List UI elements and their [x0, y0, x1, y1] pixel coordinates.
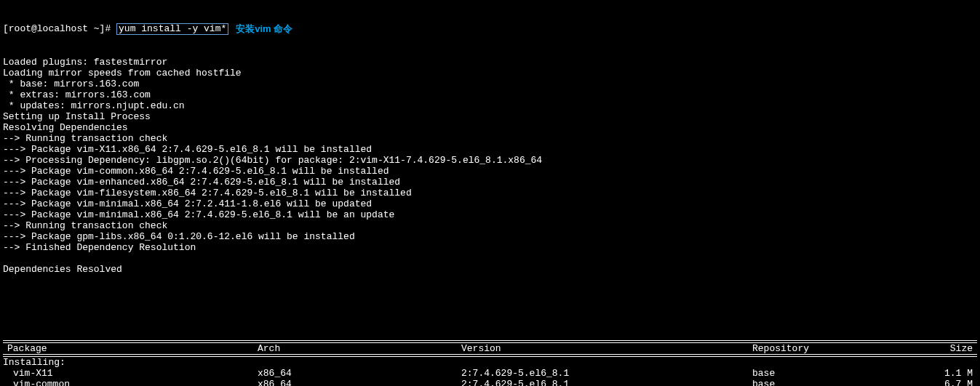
output-line: --> Running transaction check [3, 133, 977, 144]
shell-prompt: [root@localhost ~]# [3, 23, 116, 34]
output-line: ---> Package vim-X11.x86_64 2:7.4.629-5.… [3, 144, 977, 155]
cell-version: 2:7.4.629-5.el6_8.1 [461, 368, 752, 379]
header-arch: Arch [258, 343, 461, 354]
table-row: vim-commonx86_642:7.4.629-5.el6_8.1base6… [3, 379, 977, 386]
terminal-output[interactable]: [root@localhost ~]# yum install -y vim* … [0, 0, 980, 386]
cell-size: 1.1 M [905, 368, 977, 379]
cell-version: 2:7.4.629-5.el6_8.1 [461, 379, 752, 386]
cell-repository: base [752, 368, 905, 379]
output-line [3, 275, 977, 286]
output-line: --> Running transaction check [3, 220, 977, 231]
output-line: Resolving Dependencies [3, 122, 977, 133]
output-line: --> Processing Dependency: libgpm.so.2()… [3, 155, 977, 166]
output-line: --> Finished Dependency Resolution [3, 242, 977, 253]
cell-package: vim-common [3, 379, 258, 386]
output-line: ---> Package vim-enhanced.x86_64 2:7.4.6… [3, 177, 977, 188]
output-line: ---> Package vim-filesystem.x86_64 2:7.4… [3, 188, 977, 198]
cell-arch: x86_64 [258, 379, 461, 386]
command-highlight-box: yum install -y vim* [116, 23, 228, 35]
cell-arch: x86_64 [258, 368, 461, 379]
output-line: ---> Package vim-minimal.x86_64 2:7.2.41… [3, 198, 977, 209]
output-line: ---> Package vim-minimal.x86_64 2:7.4.62… [3, 209, 977, 220]
output-line: * base: mirrors.163.com [3, 79, 977, 89]
output-line: ---> Package gpm-libs.x86_64 0:1.20.6-12… [3, 231, 977, 242]
cell-size: 6.7 M [905, 379, 977, 386]
output-line: * updates: mirrors.njupt.edu.cn [3, 100, 977, 111]
output-lines: Loaded plugins: fastestmirrorLoading mir… [3, 57, 977, 286]
prompt-line: [root@localhost ~]# yum install -y vim* … [3, 23, 977, 35]
output-line: * extras: mirrors.163.com [3, 89, 977, 100]
section-installing: Installing: [3, 357, 977, 368]
header-package: Package [3, 343, 258, 354]
table-header-row: Package Arch Version Repository Size [3, 343, 977, 354]
table-row: vim-X11x86_642:7.4.629-5.el6_8.1base1.1 … [3, 368, 977, 379]
command-text: yum install -y vim* [119, 23, 226, 34]
output-line: Loaded plugins: fastestmirror [3, 57, 977, 68]
output-line: Dependencies Resolved [3, 264, 977, 275]
output-line: ---> Package vim-common.x86_64 2:7.4.629… [3, 166, 977, 177]
header-repository: Repository [752, 343, 905, 354]
output-line: Setting up Install Process [3, 111, 977, 122]
output-line: Loading mirror speeds from cached hostfi… [3, 68, 977, 79]
header-version: Version [461, 343, 752, 354]
header-size: Size [905, 343, 977, 354]
dependencies-table: Package Arch Version Repository Size Ins… [3, 340, 977, 386]
cell-repository: base [752, 379, 905, 386]
output-line [3, 253, 977, 264]
cell-package: vim-X11 [3, 368, 258, 379]
annotation-label: 安装vim 命令 [236, 23, 292, 34]
